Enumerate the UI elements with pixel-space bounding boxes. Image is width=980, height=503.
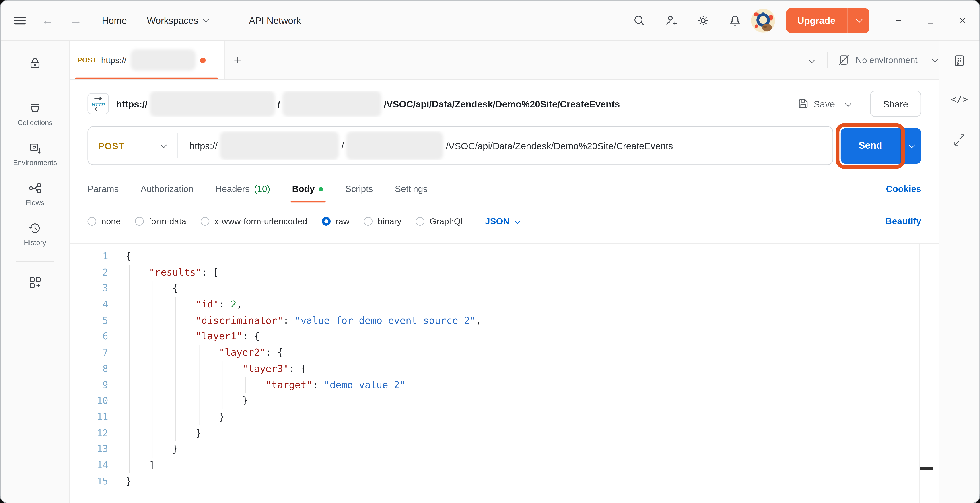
expand-icon[interactable] bbox=[953, 134, 966, 149]
close-button[interactable]: × bbox=[959, 15, 966, 25]
code-line: "layer1": { bbox=[126, 329, 482, 345]
nav-api-network[interactable]: API Network bbox=[249, 15, 301, 25]
request-builder-row: POST https:// / /VSOC/api/Data/Zendesk/D… bbox=[88, 126, 921, 165]
hamburger-menu-icon[interactable] bbox=[14, 16, 25, 24]
nav-workspaces[interactable]: Workspaces bbox=[147, 15, 208, 25]
radio-graphql[interactable]: GraphQL bbox=[416, 216, 466, 226]
environment-selector[interactable]: No environment bbox=[835, 50, 939, 70]
tab-headers[interactable]: Headers (10) bbox=[215, 175, 270, 202]
url-separator: / bbox=[278, 99, 280, 109]
request-actions: Save Share bbox=[797, 91, 921, 117]
notifications-bell-icon[interactable] bbox=[729, 14, 741, 27]
sidebar-item-collections[interactable]: Collections bbox=[18, 101, 52, 126]
code-line: "layer2": { bbox=[126, 345, 482, 361]
minimize-button[interactable]: − bbox=[896, 15, 902, 25]
lock-icon[interactable] bbox=[1, 41, 69, 86]
radio-icon bbox=[364, 217, 372, 226]
forward-icon[interactable]: → bbox=[70, 14, 82, 26]
code-icon[interactable]: </> bbox=[951, 94, 968, 105]
request-tab-strip: POST https:// + No environment bbox=[70, 41, 939, 80]
save-dropdown-chevron[interactable] bbox=[842, 96, 852, 112]
tab-method-label: POST bbox=[78, 56, 97, 64]
divider bbox=[861, 96, 861, 112]
beautify-link[interactable]: Beautify bbox=[886, 216, 921, 226]
environment-quick-look-icon[interactable] bbox=[953, 41, 966, 80]
invite-user-icon[interactable] bbox=[665, 14, 678, 27]
environments-icon bbox=[28, 142, 42, 155]
share-button[interactable]: Share bbox=[870, 91, 921, 117]
tab-body[interactable]: Body bbox=[292, 175, 323, 202]
radio-raw[interactable]: raw bbox=[322, 216, 350, 226]
code-lines: { "results": [ { "id": 2, "discriminator… bbox=[126, 249, 482, 490]
save-label: Save bbox=[814, 99, 835, 109]
radio-binary[interactable]: binary bbox=[364, 216, 401, 226]
maximize-button[interactable]: □ bbox=[928, 16, 933, 24]
code-line: "discriminator": "value_for_demo_event_s… bbox=[126, 313, 482, 329]
url-path: /VSOC/api/Data/Zendesk/Demo%20Site/Creat… bbox=[384, 99, 620, 109]
redacted-blur bbox=[283, 91, 382, 117]
chevron-down-icon bbox=[932, 56, 938, 62]
radio-icon bbox=[200, 217, 209, 226]
avatar[interactable] bbox=[751, 8, 775, 32]
upgrade-dropdown[interactable] bbox=[847, 8, 869, 33]
nav-workspaces-label: Workspaces bbox=[147, 15, 199, 25]
tab-headers-label: Headers bbox=[215, 184, 250, 194]
environment-label: No environment bbox=[856, 55, 918, 65]
upgrade-label: Upgrade bbox=[786, 15, 847, 25]
tab-url-label: https:// bbox=[101, 55, 126, 65]
headers-count: (10) bbox=[254, 184, 270, 194]
tab-scripts[interactable]: Scripts bbox=[345, 175, 373, 202]
radio-form-data[interactable]: form-data bbox=[135, 216, 186, 226]
radio-label: raw bbox=[336, 216, 350, 226]
tab-params[interactable]: Params bbox=[88, 175, 119, 202]
radio-x-www-form-urlencoded[interactable]: x-www-form-urlencoded bbox=[200, 216, 307, 226]
tab-authorization[interactable]: Authorization bbox=[141, 175, 194, 202]
send-button[interactable]: Send bbox=[841, 128, 900, 164]
code-line: } bbox=[126, 409, 482, 425]
url-input[interactable]: POST https:// / /VSOC/api/Data/Zendesk/D… bbox=[88, 126, 833, 165]
sidebar-item-label: Flows bbox=[25, 199, 45, 207]
sidebar-item-history[interactable]: History bbox=[24, 221, 46, 246]
back-icon[interactable]: ← bbox=[42, 14, 54, 26]
configure-blocks-icon[interactable] bbox=[28, 275, 42, 290]
new-tab-button[interactable]: + bbox=[234, 53, 242, 68]
json-editor[interactable]: 123456789101112131415 { "results": [ { "… bbox=[70, 243, 939, 503]
tab-strip-right: No environment bbox=[803, 50, 939, 70]
redacted-blur bbox=[131, 49, 196, 70]
radio-none[interactable]: none bbox=[88, 216, 121, 226]
active-request-tab[interactable]: POST https:// bbox=[70, 41, 225, 80]
code-line: } bbox=[126, 425, 482, 441]
request-url-display: https:// / /VSOC/api/Data/Zendesk/Demo%2… bbox=[116, 91, 620, 117]
chevron-down-icon bbox=[856, 16, 862, 22]
radio-icon-selected bbox=[322, 217, 330, 226]
code-line: } bbox=[126, 441, 482, 457]
settings-gear-icon[interactable] bbox=[697, 14, 709, 27]
sidebar-item-environments[interactable]: Environments bbox=[13, 142, 57, 166]
sidebar-item-flows[interactable]: Flows bbox=[25, 181, 45, 206]
tab-list-chevron-icon[interactable] bbox=[803, 51, 819, 69]
save-button[interactable]: Save bbox=[797, 98, 835, 109]
radio-icon bbox=[416, 217, 425, 226]
method-select[interactable]: POST bbox=[88, 140, 124, 151]
body-mode-options: none form-data x-www-form-urlencoded raw… bbox=[88, 208, 921, 235]
code-line: { bbox=[126, 281, 482, 297]
redacted-blur bbox=[220, 131, 339, 160]
upgrade-button[interactable]: Upgrade bbox=[786, 8, 869, 33]
http-badge-icon: HTTP bbox=[88, 93, 109, 115]
sidebar-divider bbox=[16, 261, 54, 262]
format-select[interactable]: JSON bbox=[485, 216, 519, 226]
send-dropdown[interactable] bbox=[900, 128, 921, 164]
search-icon[interactable] bbox=[633, 14, 646, 27]
cookies-link[interactable]: Cookies bbox=[886, 184, 921, 194]
editor-scrollbar-thumb[interactable] bbox=[920, 467, 933, 470]
nav-home[interactable]: Home bbox=[102, 15, 127, 25]
flows-icon bbox=[28, 181, 42, 195]
request-tabs: Params Authorization Headers (10) Body S… bbox=[88, 175, 921, 202]
radio-label: none bbox=[101, 216, 121, 226]
redacted-blur bbox=[150, 91, 275, 117]
divider bbox=[177, 133, 178, 158]
request-pane: HTTP https:// / /VSOC/api/Data/Zendesk/D… bbox=[70, 80, 939, 503]
tab-settings[interactable]: Settings bbox=[395, 175, 428, 202]
code-line: "id": 2, bbox=[126, 297, 482, 313]
main-panel: POST https:// + No environment bbox=[70, 41, 939, 503]
